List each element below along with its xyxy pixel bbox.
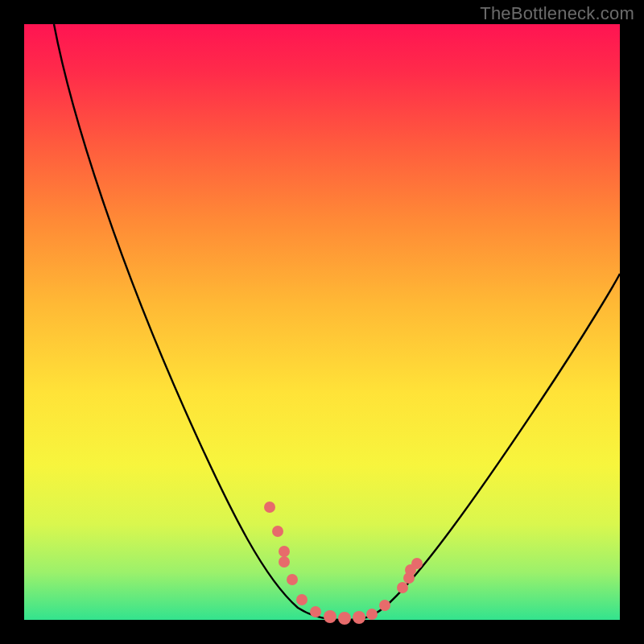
svg-point-5 (296, 594, 308, 605)
bottleneck-curve (54, 24, 620, 620)
svg-point-2 (279, 546, 290, 557)
bottleneck-curve-svg (24, 24, 620, 620)
svg-point-11 (379, 600, 390, 611)
svg-point-9 (353, 611, 365, 624)
svg-point-12 (397, 582, 408, 593)
highlight-dots (264, 502, 423, 625)
svg-point-15 (411, 558, 423, 569)
plot-area (24, 24, 620, 620)
svg-point-3 (279, 556, 290, 568)
svg-point-10 (366, 609, 378, 620)
svg-point-0 (264, 502, 275, 513)
svg-point-8 (338, 612, 351, 625)
svg-point-6 (310, 606, 321, 617)
svg-point-7 (324, 610, 336, 623)
watermark-text: TheBottleneck.com (480, 3, 634, 24)
chart-frame: TheBottleneck.com (0, 0, 644, 644)
svg-point-1 (272, 526, 283, 537)
svg-point-4 (287, 574, 298, 585)
